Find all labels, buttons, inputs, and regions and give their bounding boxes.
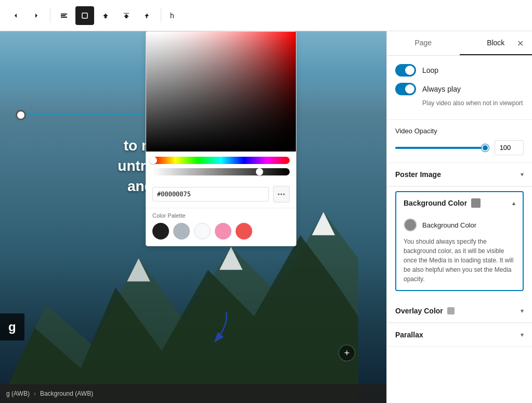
color-picker-controls xyxy=(146,152,296,186)
poster-image-header-left: Poster Image xyxy=(395,170,441,179)
move-up-button[interactable] xyxy=(96,6,115,25)
swatch-red[interactable] xyxy=(236,223,252,240)
nav-forward-button[interactable] xyxy=(27,6,46,25)
alwaysplay-row: Always play xyxy=(395,83,524,95)
poster-image-header[interactable]: Poster Image ▾ xyxy=(387,163,532,186)
tab-page[interactable]: Page xyxy=(387,31,460,55)
resize-dot xyxy=(16,110,26,120)
blog-label: g xyxy=(0,313,24,341)
toolbar: h xyxy=(0,0,532,31)
swatch-pink[interactable] xyxy=(215,223,231,240)
svg-rect-3 xyxy=(82,13,87,18)
background-color-title: Background Color xyxy=(404,199,467,207)
overlay-color-section: Overlay Color ▾ xyxy=(387,299,532,323)
breadcrumb: g (AWB) › Background (AWB) xyxy=(0,384,386,403)
poster-image-chevron: ▾ xyxy=(521,171,524,178)
separator-2 xyxy=(161,8,161,23)
svg-rect-2 xyxy=(61,17,67,18)
parallax-header[interactable]: Parallax ▾ xyxy=(387,323,532,347)
bg-color-inner: Background Color You should always speci… xyxy=(396,214,523,290)
svg-rect-1 xyxy=(61,15,66,16)
loop-label: Loop xyxy=(422,66,438,74)
move-down-button[interactable] xyxy=(138,6,157,25)
overlay-color-header[interactable]: Overlay Color ▾ xyxy=(387,299,532,323)
gradient-black-overlay xyxy=(146,32,296,152)
poster-image-section: Poster Image ▾ xyxy=(387,163,532,187)
hex-input[interactable] xyxy=(152,187,269,201)
bg-color-header-left: Background Color xyxy=(404,198,481,208)
swatch-gray[interactable] xyxy=(173,223,190,240)
play-hint: Play video also when not in viewport xyxy=(395,99,524,107)
separator-1 xyxy=(50,8,50,23)
color-palette-label: Color Palette xyxy=(152,212,290,219)
color-swatches xyxy=(152,223,290,240)
overlay-color-chevron: ▾ xyxy=(521,307,524,314)
color-gradient-area[interactable] xyxy=(146,32,296,152)
hue-slider[interactable] xyxy=(152,157,290,164)
right-panel: Page Block ✕ Loop Always play xyxy=(386,31,532,403)
move-top-button[interactable] xyxy=(117,6,136,25)
select-tool-button[interactable] xyxy=(75,6,94,25)
heading-selector[interactable]: h xyxy=(165,8,179,23)
svg-point-10 xyxy=(281,194,282,195)
loop-row: Loop xyxy=(395,64,524,77)
breadcrumb-item1[interactable]: g (AWB) xyxy=(6,390,30,397)
color-options-button[interactable] xyxy=(273,186,290,203)
alpha-slider[interactable] xyxy=(152,168,290,175)
panel-close-button[interactable]: ✕ xyxy=(508,31,532,55)
opacity-slider-fill xyxy=(395,147,488,149)
color-hex-row xyxy=(146,186,296,208)
swatch-black[interactable] xyxy=(152,223,169,240)
nav-back-button[interactable] xyxy=(6,6,25,25)
add-block-button[interactable]: + xyxy=(339,345,355,361)
hue-thumb xyxy=(150,157,157,164)
svg-point-9 xyxy=(278,194,280,195)
main-area: + to my travel blog! W untry to country,… xyxy=(0,31,532,403)
bg-color-chevron: ▴ xyxy=(512,199,515,207)
background-color-header[interactable]: Background Color ▴ xyxy=(396,192,523,214)
parallax-header-left: Parallax xyxy=(395,331,423,339)
parallax-title: Parallax xyxy=(395,331,423,339)
overlay-color-header-left: Overlay Color xyxy=(395,307,455,315)
alwaysplay-toggle[interactable] xyxy=(395,83,416,95)
video-opacity-label: Video Opacity xyxy=(395,127,524,135)
opacity-row xyxy=(395,140,524,155)
background-color-section: Background Color ▴ Background Color You … xyxy=(395,191,524,291)
panel-tabs: Page Block ✕ xyxy=(387,31,532,56)
canvas-area: + to my travel blog! W untry to country,… xyxy=(0,31,386,403)
alwaysplay-label: Always play xyxy=(422,85,461,93)
background-color-outer: Background Color ▴ Background Color You … xyxy=(387,187,532,299)
alpha-thumb xyxy=(256,168,263,175)
loop-alwaysplay-section: Loop Always play Play video also when no… xyxy=(387,56,532,120)
overlay-color-square xyxy=(447,307,455,314)
loop-toggle-thumb xyxy=(405,66,414,75)
bg-color-name: Background Color xyxy=(422,221,476,229)
breadcrumb-item2[interactable]: Background (AWB) xyxy=(40,390,93,397)
color-palette-section: Color Palette xyxy=(146,208,296,246)
overlay-color-title: Overlay Color xyxy=(395,307,443,315)
video-opacity-section: Video Opacity xyxy=(387,120,532,163)
poster-image-title: Poster Image xyxy=(395,170,441,179)
parallax-section: Parallax ▾ xyxy=(387,323,532,347)
swatch-white[interactable] xyxy=(194,223,211,240)
opacity-slider-track[interactable] xyxy=(395,147,488,149)
color-picker-popup: Color Palette xyxy=(146,31,296,246)
svg-point-11 xyxy=(283,194,285,195)
loop-toggle[interactable] xyxy=(395,64,416,77)
breadcrumb-sep: › xyxy=(34,390,36,397)
opacity-input[interactable] xyxy=(495,140,524,155)
bg-swatch-circle[interactable] xyxy=(404,218,417,232)
bg-color-description: You should always specify the background… xyxy=(404,237,515,284)
panel-content: Loop Always play Play video also when no… xyxy=(387,56,532,403)
bg-color-square xyxy=(471,198,481,208)
alwaysplay-toggle-thumb xyxy=(405,84,414,94)
svg-rect-0 xyxy=(61,14,67,15)
opacity-slider-thumb xyxy=(482,144,489,152)
bg-color-swatch-row: Background Color xyxy=(404,218,515,232)
parallax-chevron: ▾ xyxy=(521,331,524,338)
align-button[interactable] xyxy=(55,6,73,25)
plus-icon-canvas: + xyxy=(344,348,350,359)
